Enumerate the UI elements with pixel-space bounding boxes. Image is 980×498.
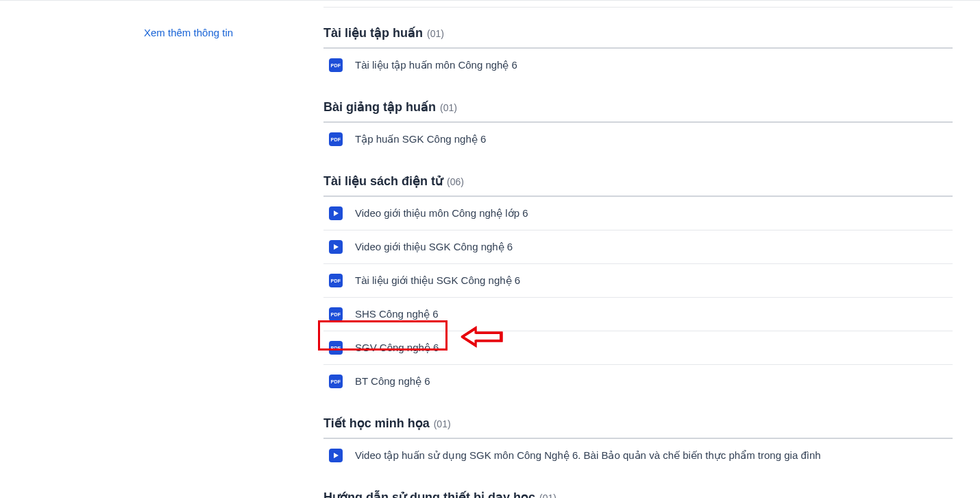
section-tai-lieu-tap-huan: Tài liệu tập huấn (01) PDF Tài liệu tập …: [323, 25, 953, 82]
svg-marker-2: [334, 453, 339, 458]
cutoff-section: [323, 3, 953, 8]
section-tai-lieu-sach-dien-tu: Tài liệu sách điện tử (06) Video giới th…: [323, 174, 953, 398]
page-container: Xem thêm thông tin Tài liệu tập huấn (01…: [0, 1, 980, 498]
pdf-icon: PDF: [329, 375, 343, 388]
item-label: Video giới thiệu môn Công nghệ lớp 6: [355, 207, 528, 220]
section-title: Bài giảng tập huấn: [323, 99, 436, 115]
section-header: Tài liệu tập huấn (01): [323, 25, 953, 49]
item-label: Video giới thiệu SGK Công nghệ 6: [355, 241, 513, 253]
list-item[interactable]: Video giới thiệu môn Công nghệ lớp 6: [323, 197, 953, 230]
section-count: (01): [539, 493, 556, 498]
svg-marker-0: [334, 211, 339, 216]
list-item[interactable]: PDF Tài liệu giới thiệu SGK Công nghệ 6: [323, 264, 953, 298]
item-label: SHS Công nghệ 6: [355, 308, 439, 320]
item-label: Tài liệu giới thiệu SGK Công nghệ 6: [355, 274, 520, 287]
item-list: Video giới thiệu môn Công nghệ lớp 6 Vid…: [323, 197, 953, 398]
list-item[interactable]: PDF Tài liệu tập huấn môn Công nghệ 6: [323, 49, 953, 82]
item-label: Tài liệu tập huấn môn Công nghệ 6: [355, 59, 517, 71]
item-label: Tập huấn SGK Công nghệ 6: [355, 133, 486, 145]
pdf-icon: PDF: [329, 132, 343, 146]
section-title: Tiết học minh họa: [323, 416, 430, 431]
item-label: SGV Công nghệ 6: [355, 342, 439, 354]
section-title: Tài liệu tập huấn: [323, 25, 423, 40]
pdf-icon: PDF: [329, 274, 343, 287]
section-title: Hướng dẫn sử dụng thiết bị dạy học: [323, 490, 535, 498]
svg-marker-1: [334, 244, 339, 250]
section-bai-giang-tap-huan: Bài giảng tập huấn (01) PDF Tập huấn SGK…: [323, 99, 953, 156]
list-item[interactable]: Video giới thiệu SGK Công nghệ 6: [323, 230, 953, 264]
section-count: (01): [440, 102, 457, 113]
list-item[interactable]: PDF Tập huấn SGK Công nghệ 6: [323, 123, 953, 156]
section-count: (06): [447, 176, 464, 187]
list-item[interactable]: Video tập huấn sử dụng SGK môn Công Nghệ…: [323, 439, 953, 472]
video-icon: [329, 240, 343, 254]
section-header: Tiết học minh họa (01): [323, 416, 953, 439]
video-icon: [329, 206, 343, 220]
section-header: Bài giảng tập huấn (01): [323, 99, 953, 123]
item-label: BT Công nghệ 6: [355, 375, 430, 388]
section-header: Hướng dẫn sử dụng thiết bị dạy học (01): [323, 490, 953, 498]
section-tiet-hoc-minh-hoa: Tiết học minh họa (01) Video tập huấn sử…: [323, 416, 953, 472]
item-list: PDF Tài liệu tập huấn môn Công nghệ 6: [323, 49, 953, 82]
list-item-highlighted[interactable]: PDF SGV Công nghệ 6: [323, 331, 953, 365]
more-info-link[interactable]: Xem thêm thông tin: [0, 27, 317, 38]
list-item[interactable]: PDF SHS Công nghệ 6: [323, 298, 953, 331]
section-header: Tài liệu sách điện tử (06): [323, 174, 953, 197]
section-huong-dan-thiet-bi: Hướng dẫn sử dụng thiết bị dạy học (01): [323, 490, 953, 498]
video-icon: [329, 449, 343, 462]
pdf-icon: PDF: [329, 307, 343, 321]
sidebar: Xem thêm thông tin: [0, 3, 317, 498]
pdf-icon: PDF: [329, 58, 343, 72]
section-count: (01): [434, 418, 451, 429]
section-count: (01): [427, 28, 444, 39]
list-item[interactable]: PDF BT Công nghệ 6: [323, 365, 953, 398]
section-title: Tài liệu sách điện tử: [323, 174, 443, 189]
item-list: PDF Tập huấn SGK Công nghệ 6: [323, 123, 953, 156]
main-content: Tài liệu tập huấn (01) PDF Tài liệu tập …: [317, 3, 980, 498]
item-label: Video tập huấn sử dụng SGK môn Công Nghệ…: [355, 449, 821, 462]
item-list: Video tập huấn sử dụng SGK môn Công Nghệ…: [323, 439, 953, 472]
pdf-icon: PDF: [329, 341, 343, 355]
